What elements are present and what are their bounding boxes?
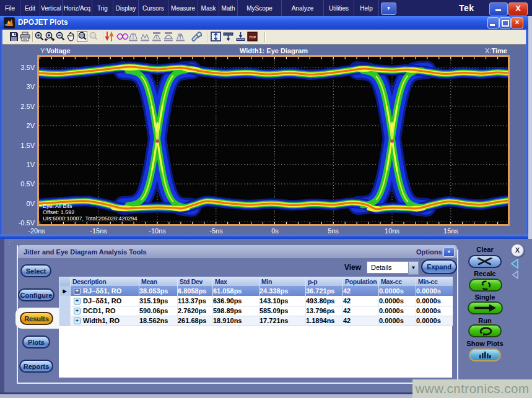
svg-text:UIs:6000:10007, Total:205028:4: UIs:6000:10007, Total:205028:420294 (43, 215, 137, 222)
svg-text:Eye: All Bits: Eye: All Bits (43, 203, 72, 209)
svg-text:TOP: TOP (249, 35, 256, 39)
svg-text:100: 100 (79, 34, 84, 37)
svg-text:Offset: 1.592: Offset: 1.592 (43, 209, 74, 215)
